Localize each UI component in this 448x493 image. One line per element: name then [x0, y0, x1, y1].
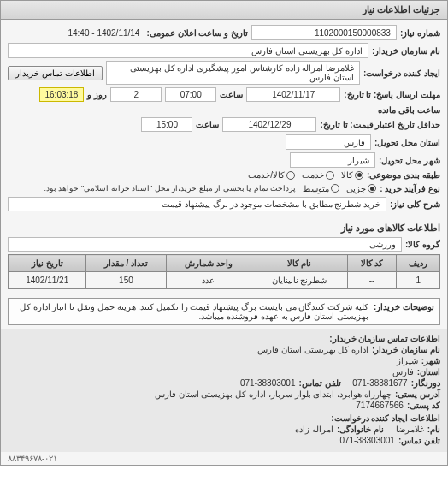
radio-medium-label: متوسط	[303, 184, 329, 193]
group-name-value: ورزشی	[8, 237, 402, 252]
table-header-row: ردیف کد کالا نام کالا واحد شمارش تعداد /…	[9, 255, 440, 272]
c-addr-k: آدرس پستی:	[395, 389, 440, 399]
radio-medium[interactable]: متوسط	[303, 184, 339, 193]
r-name-k: نام:	[427, 425, 440, 434]
r-tel-v: 071-38303001	[339, 436, 395, 445]
radio-dot-icon	[326, 171, 334, 180]
radio-dot-icon	[331, 184, 339, 193]
buy-mode-radios: جزیی متوسط	[303, 184, 376, 193]
r-name-v: غلامرضا	[396, 425, 424, 434]
c-prov-v: فارس	[392, 367, 414, 377]
panel-title: جزئیات اطلاعات نیاز	[1, 1, 447, 20]
contact-buyer-button[interactable]: اطلاعات تماس خریدار	[8, 66, 103, 80]
province-value: فارس	[286, 134, 371, 150]
validity-time: 15:00	[141, 117, 192, 132]
city-label: شهر محل تحویل:	[379, 156, 440, 165]
footer-tel: ۸۸۳۴۹۶۷۸-۰۲۱	[1, 452, 447, 465]
c-org-k: نام سازمان خریدار:	[372, 345, 440, 354]
th-name: نام کالا	[251, 255, 348, 272]
table-cell: 1402/11/21	[9, 272, 86, 289]
time-label-2: ساعت	[196, 120, 219, 129]
c-addr-v: چهارراه هوابرد، ابتدای بلوار سرباز، ادار…	[155, 389, 392, 399]
desc-label: شرح کلی نیاز:	[390, 199, 440, 209]
c-post-v: 7174667566	[356, 401, 404, 410]
c-fax-k: دورنگار:	[411, 378, 440, 388]
announce-value: 1402/11/14 - 14:40	[64, 27, 143, 39]
goods-table: ردیف کد کالا نام کالا واحد شمارش تعداد /…	[8, 254, 440, 289]
contact-section: اطلاعات تماس سازمان خریدار: نام سازمان خ…	[1, 329, 447, 452]
c-tel-v: 071-38303001	[240, 378, 296, 388]
radio-goods-label: کالا	[341, 170, 353, 180]
days-remaining: 2	[110, 87, 162, 102]
buymode-note: پرداخت تمام یا بخشی از مبلغ خرید،از محل …	[40, 182, 299, 194]
note-text: کلیه شرکت کنندگان می بایست برگ پیشنهاد ق…	[14, 302, 368, 321]
c-tel-k: تلفن تماس:	[298, 378, 340, 388]
r-family-k: نام خانوادگی:	[337, 425, 384, 434]
radio-dot-icon	[368, 184, 376, 193]
radio-both[interactable]: کالا/خدمت	[248, 170, 295, 180]
need-no-label: شماره نیاز:	[400, 28, 440, 38]
radio-small[interactable]: جزیی	[346, 184, 376, 193]
province-label: استان محل تحویل:	[374, 138, 440, 147]
countdown-timer: 16:03:18	[39, 87, 85, 102]
buyer-value: اداره کل بهزیستی استان فارس	[8, 43, 368, 58]
deadline-time: 07:00	[165, 87, 216, 102]
countdown-suffix: ساعت باقی مانده	[378, 105, 440, 115]
c-prov-k: استان:	[417, 367, 440, 377]
r-family-v: امراله زاده	[295, 425, 333, 434]
c-fax-v: 071-38381677	[352, 378, 408, 388]
form-body: شماره نیاز: 1102000150000833 تاریخ و ساع…	[1, 20, 447, 219]
c-city-k: شهر:	[421, 356, 440, 365]
group-label: طبقه بندی موضوعی:	[367, 170, 440, 180]
radio-dot-icon	[286, 171, 295, 180]
table-cell: 1	[397, 272, 440, 289]
subject-group-radios: کالا خدمت کالا/خدمت	[248, 170, 363, 180]
need-no-value: 1102000150000833	[251, 25, 397, 40]
radio-service-label: خدمت	[302, 170, 324, 180]
table-cell: --	[347, 272, 397, 289]
table-cell: 150	[86, 272, 166, 289]
radio-dot-icon	[355, 171, 363, 180]
c-org-v: اداره کل بهزیستی استان فارس	[257, 345, 368, 354]
contact-title: اطلاعات تماس سازمان خریدار:	[329, 334, 440, 343]
table-cell: شطرنج نابینایان	[251, 272, 348, 289]
days-suffix: روز و	[87, 90, 107, 99]
table-cell: عدد	[166, 272, 251, 289]
radio-goods[interactable]: کالا	[341, 170, 363, 180]
desc-value: خرید شطرنج مطابق با مشخصات موجود در برگ …	[8, 197, 386, 211]
deadline-date: 1402/11/17	[246, 87, 340, 102]
group-name-label: گروه کالا:	[405, 240, 440, 249]
city-value: شیراز	[290, 152, 375, 168]
validity-label: حداقل تاریخ اعتبار قیمت: تا تاریخ:	[320, 120, 440, 129]
th-unit: واحد شمارش	[166, 255, 251, 272]
radio-service[interactable]: خدمت	[302, 170, 334, 180]
radio-both-label: کالا/خدمت	[248, 170, 285, 180]
th-row: ردیف	[397, 255, 440, 272]
announce-label: تاریخ و ساعت اعلان عمومی:	[146, 28, 247, 38]
th-date: تاریخ نیاز	[9, 255, 86, 272]
th-code: کد کالا	[347, 255, 397, 272]
req-contact-title: اطلاعات ایجاد کننده درخواست:	[331, 413, 440, 423]
time-label-1: ساعت	[220, 90, 243, 99]
radio-small-label: جزیی	[346, 184, 366, 193]
buyer-label: نام سازمان خریدار:	[372, 46, 440, 56]
c-post-k: کد پستی:	[407, 401, 440, 410]
buymode-label: نوع فرآیند خرید :	[380, 184, 440, 193]
note-label: توضیحات خریدار:	[374, 302, 434, 321]
requester-value: غلامرضا امراله زاده کارشناس امور پیشگیری…	[106, 61, 361, 85]
buyer-note-box: توضیحات خریدار: کلیه شرکت کنندگان می بای…	[8, 298, 440, 325]
requester-label: ایجاد کننده درخواست:	[363, 68, 440, 78]
details-panel: جزئیات اطلاعات نیاز شماره نیاز: 11020001…	[0, 0, 448, 466]
c-city-v: شیراز	[397, 356, 418, 365]
goods-section-title: اطلاعات کالاهای مورد نیاز	[1, 219, 447, 237]
table-row[interactable]: 1--شطرنج نابینایانعدد1501402/11/21	[9, 272, 440, 289]
r-tel-k: تلفن تماس:	[398, 436, 440, 445]
validity-date: 1402/12/29	[222, 117, 316, 132]
th-qty: تعداد / مقدار	[86, 255, 166, 272]
deadline-label: مهلت ارسال پاسخ: تا تاریخ:	[344, 90, 440, 99]
